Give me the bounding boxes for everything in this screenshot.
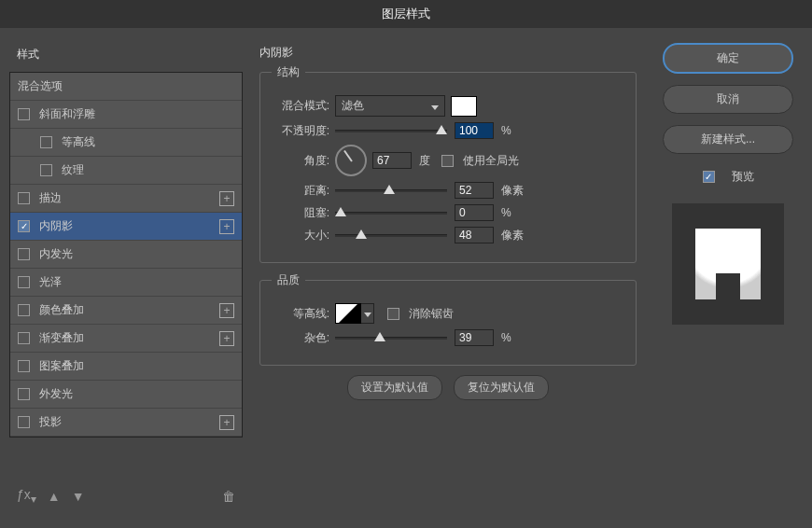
effect-title: 内阴影 — [259, 37, 637, 64]
contour-swatch[interactable] — [335, 303, 361, 324]
opacity-label: 不透明度: — [272, 123, 329, 139]
window-title: 图层样式 — [382, 6, 430, 22]
chevron-down-icon — [364, 307, 371, 320]
contour-label: 等高线: — [272, 306, 329, 322]
blend-mode-dropdown[interactable]: 滤色 — [335, 95, 445, 117]
chevron-down-icon — [431, 100, 439, 113]
style-item-10[interactable]: 图案叠加 — [10, 353, 242, 381]
contour-dropdown[interactable] — [361, 303, 374, 324]
style-item-11[interactable]: 外发光 — [10, 381, 242, 409]
move-up-icon[interactable]: ▲ — [48, 489, 61, 504]
style-label: 投影 — [39, 414, 219, 430]
style-item-12[interactable]: 投影+ — [10, 409, 242, 437]
size-input[interactable] — [455, 227, 494, 243]
choke-input[interactable] — [455, 204, 494, 221]
style-label: 外发光 — [39, 386, 234, 402]
style-item-2[interactable]: 等高线 — [10, 129, 242, 157]
sidebar: 样式 混合选项斜面和浮雕等高线纹理描边+内阴影+内发光光泽颜色叠加+渐变叠加+图… — [9, 37, 243, 513]
opacity-slider[interactable] — [335, 124, 447, 137]
distance-input[interactable] — [455, 182, 494, 199]
style-label: 渐变叠加 — [39, 330, 219, 346]
global-light-checkbox[interactable] — [441, 155, 454, 167]
new-style-button[interactable]: 新建样式... — [663, 125, 793, 154]
style-label: 内阴影 — [39, 218, 219, 234]
content-panel: 内阴影 结构 混合模式: 滤色 不透明度: % 角度: — [243, 37, 653, 513]
style-checkbox[interactable] — [18, 220, 30, 232]
add-icon[interactable]: + — [219, 303, 234, 318]
style-label: 斜面和浮雕 — [39, 106, 234, 122]
move-down-icon[interactable]: ▼ — [72, 489, 85, 504]
title-bar: 图层样式 — [0, 0, 812, 28]
structure-group: 结构 混合模式: 滤色 不透明度: % 角度: 度 — [259, 64, 637, 263]
style-item-1[interactable]: 斜面和浮雕 — [10, 101, 242, 129]
noise-input[interactable] — [455, 329, 494, 346]
style-label: 内发光 — [39, 246, 234, 262]
angle-label: 角度: — [272, 153, 329, 169]
style-list: 混合选项斜面和浮雕等高线纹理描边+内阴影+内发光光泽颜色叠加+渐变叠加+图案叠加… — [9, 72, 243, 438]
preview-box — [672, 203, 784, 325]
noise-slider[interactable] — [335, 331, 447, 344]
style-checkbox[interactable] — [18, 416, 30, 428]
preview-thumbnail — [695, 229, 761, 299]
style-item-7[interactable]: 光泽 — [10, 269, 242, 297]
style-checkbox[interactable] — [40, 136, 52, 148]
make-default-button[interactable]: 设置为默认值 — [347, 375, 442, 400]
style-checkbox[interactable] — [40, 164, 52, 176]
antialias-checkbox[interactable] — [387, 308, 399, 320]
style-checkbox[interactable] — [18, 248, 30, 260]
style-label: 混合选项 — [18, 78, 234, 94]
blend-mode-label: 混合模式: — [272, 98, 329, 114]
style-item-9[interactable]: 渐变叠加+ — [10, 325, 242, 353]
style-item-4[interactable]: 描边+ — [10, 185, 242, 213]
style-item-3[interactable]: 纹理 — [10, 157, 242, 185]
color-swatch[interactable] — [451, 96, 477, 117]
style-checkbox[interactable] — [18, 388, 30, 400]
choke-label: 阻塞: — [272, 205, 329, 221]
sidebar-header: 样式 — [9, 37, 243, 72]
style-item-6[interactable]: 内发光 — [10, 241, 242, 269]
distance-label: 距离: — [272, 183, 329, 199]
right-panel: 确定 取消 新建样式... 预览 — [653, 37, 803, 513]
style-item-8[interactable]: 颜色叠加+ — [10, 297, 242, 325]
style-checkbox[interactable] — [18, 108, 30, 120]
antialias-label: 消除锯齿 — [409, 306, 454, 322]
style-checkbox[interactable] — [18, 276, 30, 288]
cancel-button[interactable]: 取消 — [663, 85, 793, 114]
distance-slider[interactable] — [335, 184, 447, 197]
style-label: 等高线 — [62, 134, 234, 150]
opacity-input[interactable] — [455, 122, 494, 139]
choke-slider[interactable] — [335, 206, 447, 219]
sidebar-footer: ƒx▾ ▲ ▼ 🗑 — [9, 479, 243, 513]
style-item-0[interactable]: 混合选项 — [10, 73, 242, 101]
style-label: 图案叠加 — [39, 358, 234, 374]
style-checkbox[interactable] — [18, 332, 30, 344]
angle-dial[interactable] — [335, 145, 367, 176]
style-item-5[interactable]: 内阴影+ — [10, 213, 242, 241]
style-checkbox[interactable] — [18, 192, 30, 204]
add-icon[interactable]: + — [219, 191, 234, 206]
trash-icon[interactable]: 🗑 — [222, 489, 235, 504]
size-label: 大小: — [272, 228, 329, 243]
style-label: 颜色叠加 — [39, 302, 219, 318]
quality-group: 品质 等高线: 消除锯齿 杂色: % — [259, 272, 637, 366]
quality-legend: 品质 — [272, 272, 305, 288]
style-label: 描边 — [39, 190, 219, 206]
size-slider[interactable] — [335, 229, 447, 242]
preview-checkbox[interactable] — [703, 171, 715, 183]
style-checkbox[interactable] — [18, 304, 30, 316]
global-light-label: 使用全局光 — [463, 153, 519, 169]
style-label: 纹理 — [62, 162, 234, 178]
add-icon[interactable]: + — [219, 219, 234, 234]
fx-icon[interactable]: ƒx▾ — [17, 487, 36, 506]
preview-label: 预览 — [732, 169, 754, 185]
reset-default-button[interactable]: 复位为默认值 — [454, 375, 549, 400]
structure-legend: 结构 — [272, 64, 305, 80]
style-checkbox[interactable] — [18, 360, 30, 372]
angle-input[interactable] — [372, 152, 412, 169]
ok-button[interactable]: 确定 — [663, 43, 793, 74]
add-icon[interactable]: + — [219, 331, 234, 346]
noise-label: 杂色: — [272, 330, 329, 346]
add-icon[interactable]: + — [219, 415, 234, 430]
style-label: 光泽 — [39, 274, 234, 290]
